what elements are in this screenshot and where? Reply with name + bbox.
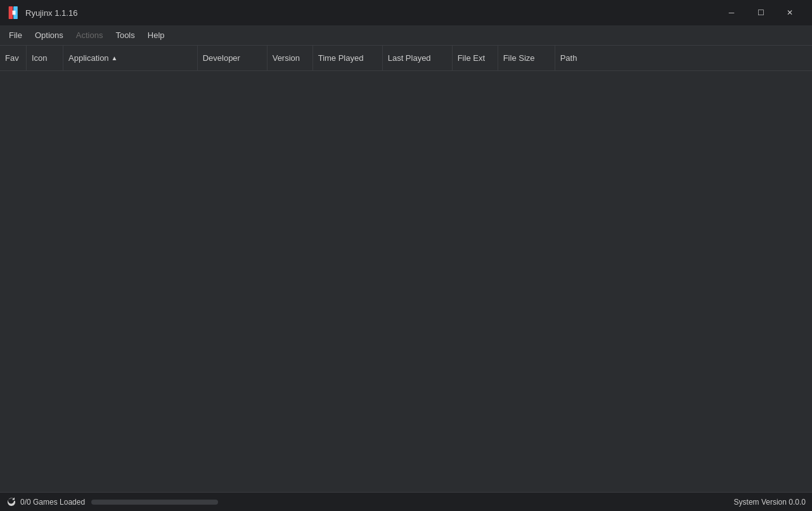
col-header-fav[interactable]: Fav <box>0 46 27 70</box>
col-header-time-played[interactable]: Time Played <box>313 46 383 70</box>
system-version: System Version 0.0.0 <box>734 498 806 507</box>
menu-help[interactable]: Help <box>141 28 171 42</box>
app-logo <box>8 6 20 19</box>
col-header-icon[interactable]: Icon <box>27 46 63 70</box>
maximize-button[interactable]: ☐ <box>746 3 775 23</box>
svg-rect-2 <box>13 11 16 15</box>
svg-rect-0 <box>9 6 13 19</box>
window-controls: ─ ☐ ✕ <box>717 3 804 23</box>
col-header-developer[interactable]: Developer <box>198 46 267 70</box>
minimize-button[interactable]: ─ <box>717 3 746 23</box>
progress-bar <box>91 500 218 505</box>
games-loaded-text: 0/0 Games Loaded <box>20 498 85 507</box>
game-list <box>0 71 812 492</box>
sort-arrow-application: ▲ <box>112 55 118 61</box>
title-bar: Ryujinx 1.1.16 ─ ☐ ✕ <box>0 0 812 25</box>
menu-bar: File Options Actions Tools Help <box>0 25 812 46</box>
col-header-application[interactable]: Application ▲ <box>63 46 198 70</box>
status-icon <box>6 497 16 507</box>
menu-tools[interactable]: Tools <box>109 28 141 42</box>
col-header-version[interactable]: Version <box>267 46 313 70</box>
menu-options[interactable]: Options <box>29 28 70 42</box>
menu-actions[interactable]: Actions <box>70 28 110 42</box>
close-button[interactable]: ✕ <box>775 3 804 23</box>
col-header-file-ext[interactable]: File Ext <box>453 46 498 70</box>
menu-file[interactable]: File <box>3 28 29 42</box>
col-header-file-size[interactable]: File Size <box>498 46 555 70</box>
column-headers: Fav Icon Application ▲ Developer Version… <box>0 46 812 71</box>
col-header-last-played[interactable]: Last Played <box>383 46 453 70</box>
col-header-path[interactable]: Path <box>555 46 812 70</box>
status-bar: 0/0 Games Loaded System Version 0.0.0 <box>0 492 812 511</box>
app-title: Ryujinx 1.1.16 <box>25 8 717 18</box>
